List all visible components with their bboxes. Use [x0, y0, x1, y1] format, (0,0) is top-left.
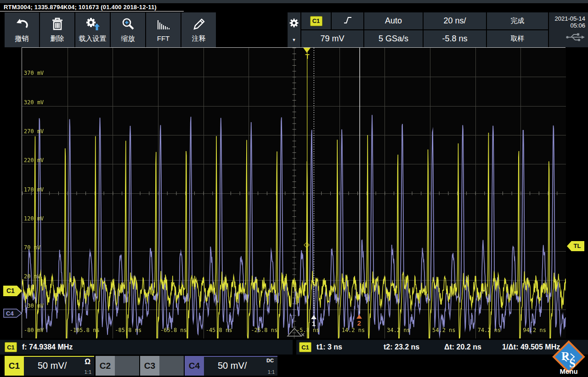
acquisition-status-cell[interactable]: 完成 [487, 12, 548, 29]
x-axis-label: -85.8 ns [115, 327, 141, 333]
trigger-mode-cell[interactable]: Auto [364, 12, 423, 29]
frequency-measurement: f: 74.9384 MHz [22, 343, 73, 351]
acquisition-mode-cell[interactable]: 取样 [487, 30, 548, 47]
device-title: RTM3004; 1335.8794K04; 101673 (01.400 20… [4, 4, 233, 11]
cursor1-label: 1 [310, 320, 317, 327]
chevron-down-icon: ▼ [292, 38, 296, 42]
fft-label: FFT [157, 34, 170, 43]
y-axis-label: 120 mV [24, 215, 44, 222]
x-axis-label: -65.8 ns [160, 327, 187, 333]
channel2-button[interactable]: C2 [96, 356, 139, 376]
oscilloscope-screen: RTM3004; 1335.8794K04; 101673 (01.400 20… [0, 0, 588, 377]
channel1-body: 50 mV/ Ω 1:1 [24, 356, 94, 376]
channel3-button[interactable]: C3 [140, 356, 184, 376]
date-text: 2021-05-14 [549, 15, 585, 22]
c4-offset-tag[interactable]: C4 [3, 309, 22, 320]
trigger-position-cell[interactable]: -5.8 ns [424, 30, 486, 47]
channel1-coupling: Ω [85, 358, 90, 366]
channel4-probe: 1:1 [268, 369, 275, 375]
zoom-button[interactable]: 缩放 [111, 12, 145, 47]
title-strip [0, 0, 588, 3]
trigger-source-cell[interactable]: C1 [301, 12, 331, 29]
gear-up-icon [85, 14, 101, 34]
timebase-cell[interactable]: 20 ns/ [424, 12, 486, 29]
sample-rate-cell[interactable]: 5 GSa/s [364, 30, 423, 47]
datetime-panel[interactable]: 2021-05-14 05:06 [549, 12, 588, 47]
measurement-bar-left: C1 f: 74.9384 MHz [0, 340, 293, 354]
undo-label: 撤销 [15, 34, 29, 43]
channel4-body: 50 mV/ DC 1:1 [204, 356, 277, 376]
channel1-scale: 50 mV/ [38, 360, 67, 371]
fft-icon [155, 14, 172, 34]
menu-button[interactable]: Menu [552, 367, 585, 375]
quick-settings-button[interactable]: ▼ [288, 12, 300, 47]
x-axis-label: 54.2 ns [432, 327, 456, 333]
trash-icon [50, 14, 65, 34]
channel2-tab[interactable]: C2 [96, 356, 115, 376]
trigger-marker-label: T [304, 52, 311, 60]
annotate-label: 注释 [192, 34, 206, 43]
zoom-icon [120, 14, 136, 34]
y-axis-label: 370 mV [24, 70, 44, 76]
pencil-icon [191, 14, 207, 34]
x-axis-label: 14.2 ns [342, 327, 365, 333]
delete-label: 删除 [51, 34, 64, 43]
meas-left-channel-badge: C1 [5, 342, 17, 352]
cursor2-handle[interactable] [356, 315, 362, 319]
cursor-t2-value: t2: 23.2 ns [384, 343, 419, 351]
x-axis-label: -25.8 ns [251, 327, 277, 333]
y-axis-bottom-label: -80 mV [24, 327, 44, 333]
x-axis-label: -45.8 ns [206, 327, 232, 333]
time-text: 05:06 [549, 22, 585, 29]
y-axis-label: 170 mV [24, 186, 44, 193]
undo-icon [14, 14, 30, 34]
fft-button[interactable]: FFT [146, 12, 181, 47]
title-underline [0, 11, 184, 11]
waveform-canvas[interactable] [22, 48, 566, 338]
load-settings-label: 载入设置 [79, 34, 107, 43]
meas-right-channel-badge: C1 [299, 342, 311, 352]
channel4-coupling: DC [266, 358, 274, 363]
cursor2-label: 2 [356, 319, 363, 327]
channel4-button[interactable]: C4 50 mV/ DC 1:1 [185, 356, 277, 376]
channel3-tab[interactable]: C3 [140, 356, 159, 376]
cursor-dt-value: Δt: 20.2 ns [444, 343, 481, 351]
c4-tag-label: C4 [6, 310, 14, 317]
gear-icon [288, 17, 300, 30]
y-axis-label: 20 mV [24, 273, 40, 280]
x-axis-label: 94.2 ns [523, 327, 546, 333]
fft-zoom-label: 缩放 [121, 34, 135, 43]
trigger-source-badge: C1 [310, 16, 322, 26]
channel3-body [159, 356, 184, 376]
load-settings-button[interactable]: 载入设置 [75, 12, 110, 47]
x-axis-label: 34.2 ns [387, 327, 410, 333]
rising-edge-icon [343, 16, 353, 27]
trigger-level-cell[interactable]: 79 mV [301, 30, 363, 47]
reference-point-marker [285, 327, 305, 339]
y-axis-label: 220 mV [24, 157, 44, 163]
channel4-tab[interactable]: C4 [185, 356, 204, 376]
usb-icon [565, 32, 585, 44]
channel1-tab[interactable]: C1 [5, 356, 24, 376]
cursor-inverse-dt-value: 1/Δt: 49.505 MHz [502, 343, 560, 351]
channel1-probe: 1:1 [85, 369, 91, 375]
trigger-level-tag[interactable]: TL [567, 241, 584, 251]
x-axis-label: -105.8 ns [70, 327, 100, 333]
x-axis-label: 74.2 ns [478, 327, 501, 333]
waveform-display[interactable]: 370 mV320 mV270 mV220 mV170 mV120 mV70 m… [22, 47, 565, 338]
measurement-bar-right: C1 t1: 3 ns t2: 23.2 ns Δt: 20.2 ns 1/Δt… [296, 340, 588, 354]
undo-button[interactable]: 撤销 [5, 12, 39, 47]
y-axis-label: 270 mV [24, 128, 44, 135]
channel2-body [115, 356, 139, 376]
cursor-t1-value: t1: 3 ns [317, 343, 342, 351]
channel4-scale: 50 mV/ [218, 360, 247, 371]
y-axis-label: 320 mV [24, 99, 44, 106]
c1-offset-tag[interactable]: C1 [3, 286, 22, 296]
delete-button[interactable]: 删除 [40, 12, 74, 47]
y-axis-label: 70 mV [24, 244, 40, 251]
channel1-button[interactable]: C1 50 mV/ Ω 1:1 [5, 356, 94, 376]
y-axis-label: -30 mV [24, 303, 44, 309]
trigger-slope-cell[interactable] [332, 12, 363, 29]
annotate-button[interactable]: 注释 [181, 12, 216, 47]
cursor1-handle[interactable] [311, 315, 317, 319]
